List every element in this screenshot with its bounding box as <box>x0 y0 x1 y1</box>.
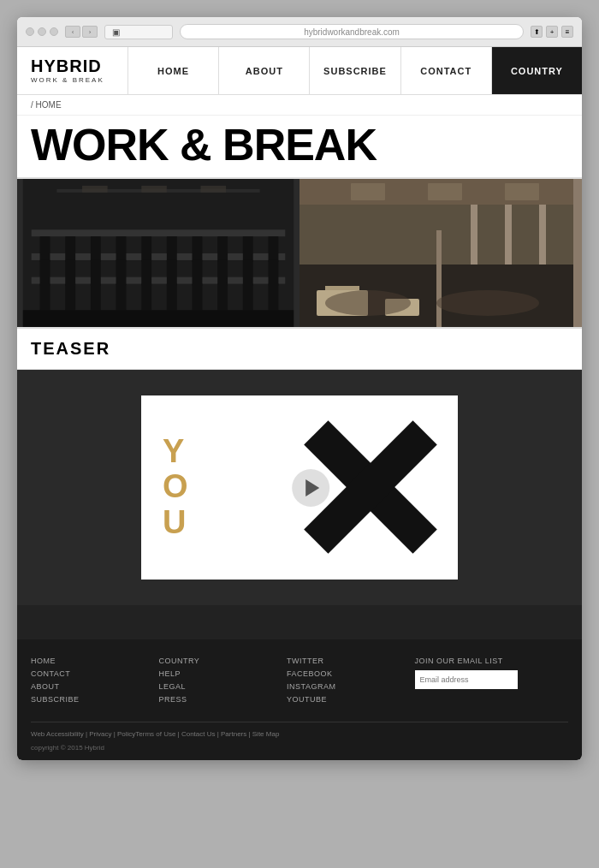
browser-chrome: ‹ › ▣ hybridworkandbreak.com ⬆ + ≡ <box>17 17 582 47</box>
svg-rect-10 <box>91 236 101 262</box>
bookmark-button[interactable]: + <box>546 26 558 38</box>
footer-link-twitter[interactable]: TWITTER <box>287 657 415 665</box>
svg-rect-2 <box>82 186 108 193</box>
svg-rect-15 <box>217 236 228 262</box>
video-background: Y O U <box>141 395 458 580</box>
logo-area[interactable]: HYBRID WORK & BREAK <box>17 47 128 94</box>
svg-rect-5 <box>32 229 286 236</box>
footer-col-1: HOME CONTACT ABOUT SUBSCRIBE <box>31 657 159 708</box>
nav-about[interactable]: ABOUT <box>219 47 310 94</box>
svg-rect-49 <box>325 286 359 290</box>
image-gallery <box>17 179 582 329</box>
svg-rect-13 <box>167 236 177 262</box>
nav-subscribe[interactable]: SUBSCRIBE <box>310 47 400 94</box>
share-button[interactable]: ⬆ <box>531 26 543 38</box>
svg-rect-43 <box>505 183 539 200</box>
minimize-dot[interactable] <box>38 27 46 36</box>
site-header: HYBRID WORK & BREAK HOME ABOUT SUBSCRIBE… <box>17 47 582 95</box>
back-button[interactable]: ‹ <box>65 26 80 38</box>
svg-rect-51 <box>436 230 442 327</box>
teaser-section-header: TEASER <box>17 329 582 370</box>
footer-col-3: TWITTER FACEBOOK INSTAGRAM YOUTUBE <box>287 657 415 708</box>
svg-rect-37 <box>269 284 279 315</box>
footer-link-subscribe[interactable]: SUBSCRIBE <box>31 695 159 704</box>
svg-point-52 <box>325 290 411 316</box>
address-text: hybridworkandbreak.com <box>304 27 400 37</box>
site-footer: HOME CONTACT ABOUT SUBSCRIBE COUNTRY HEL… <box>17 639 582 760</box>
svg-rect-19 <box>65 260 75 286</box>
letter-u: U <box>163 505 188 541</box>
forward-button[interactable]: › <box>82 26 98 38</box>
svg-rect-11 <box>116 236 127 262</box>
footer-col-2: COUNTRY HELP LEGAL PRESS <box>159 657 288 708</box>
browser-navigation: ‹ › <box>65 26 98 38</box>
nav-country[interactable]: COUNTRY <box>492 47 582 94</box>
svg-rect-31 <box>116 284 127 315</box>
footer-columns: HOME CONTACT ABOUT SUBSCRIBE COUNTRY HEL… <box>31 657 568 708</box>
browser-actions: ⬆ + ≡ <box>531 26 573 38</box>
logo: HYBRID <box>31 57 114 74</box>
play-button[interactable] <box>292 469 329 507</box>
svg-rect-42 <box>428 183 462 200</box>
play-icon <box>305 479 319 496</box>
nav-contact[interactable]: CONTACT <box>401 47 492 94</box>
dark-spacer <box>17 605 582 639</box>
svg-rect-36 <box>243 284 253 315</box>
svg-rect-20 <box>91 260 101 286</box>
footer-link-facebook[interactable]: FACEBOOK <box>287 669 415 678</box>
footer-link-home[interactable]: HOME <box>31 657 159 665</box>
svg-rect-34 <box>193 284 203 315</box>
window-controls <box>26 27 58 36</box>
svg-rect-9 <box>65 236 75 262</box>
svg-rect-18 <box>40 260 50 286</box>
logo-subtitle: WORK & BREAK <box>31 76 114 84</box>
svg-rect-21 <box>116 260 127 286</box>
svg-rect-41 <box>351 183 385 200</box>
letter-y: Y <box>163 434 188 470</box>
footer-link-legal[interactable]: LEGAL <box>159 682 288 691</box>
svg-rect-27 <box>269 260 279 286</box>
svg-rect-3 <box>141 186 167 193</box>
website: HYBRID WORK & BREAK HOME ABOUT SUBSCRIBE… <box>17 47 582 760</box>
address-bar[interactable]: hybridworkandbreak.com <box>180 24 524 39</box>
nav-menu: HOME ABOUT SUBSCRIBE CONTACT COUNTRY <box>128 47 582 94</box>
browser-window: ‹ › ▣ hybridworkandbreak.com ⬆ + ≡ HYBRI… <box>17 17 582 760</box>
gallery-right-image <box>300 179 582 327</box>
more-button[interactable]: ≡ <box>561 26 573 38</box>
gallery-left-image <box>17 179 300 327</box>
video-player[interactable]: Y O U <box>141 395 458 580</box>
letter-o: O <box>163 470 188 506</box>
svg-rect-38 <box>23 310 294 327</box>
footer-link-contact[interactable]: CONTACT <box>31 669 159 678</box>
svg-rect-12 <box>141 236 151 262</box>
svg-point-53 <box>436 290 539 316</box>
teaser-title: TEASER <box>31 339 568 359</box>
footer-link-help[interactable]: HELP <box>159 669 288 678</box>
svg-rect-4 <box>200 186 226 193</box>
footer-link-press[interactable]: PRESS <box>159 695 288 704</box>
maximize-dot[interactable] <box>50 27 58 36</box>
nav-home[interactable]: HOME <box>128 47 219 94</box>
footer-legal: Web Accessibility | Privacy | PolicyTerm… <box>31 722 568 740</box>
page-title: WORK & BREAK <box>31 122 568 167</box>
svg-rect-24 <box>193 260 203 286</box>
tab-icon: ▣ <box>112 27 120 37</box>
footer-link-youtube[interactable]: YOUTUBE <box>287 695 415 704</box>
close-dot[interactable] <box>26 27 34 36</box>
svg-rect-26 <box>243 260 253 286</box>
video-section: Y O U <box>17 370 582 605</box>
footer-email-section: JOIN OUR EMAIL LIST <box>415 657 568 708</box>
email-input[interactable] <box>415 670 518 689</box>
footer-link-country[interactable]: COUNTRY <box>159 657 288 665</box>
page-title-section: WORK & BREAK <box>17 116 582 179</box>
svg-rect-28 <box>40 284 50 315</box>
footer-copyright: copyright © 2015 Hybrid <box>31 744 568 752</box>
svg-rect-29 <box>65 284 75 315</box>
you-letters: Y O U <box>163 434 188 541</box>
svg-rect-35 <box>217 284 228 315</box>
browser-tab[interactable]: ▣ <box>104 25 173 39</box>
footer-link-instagram[interactable]: INSTAGRAM <box>287 682 415 691</box>
svg-rect-8 <box>40 236 50 262</box>
breadcrumb: / HOME <box>17 95 582 116</box>
footer-link-about[interactable]: ABOUT <box>31 682 159 691</box>
